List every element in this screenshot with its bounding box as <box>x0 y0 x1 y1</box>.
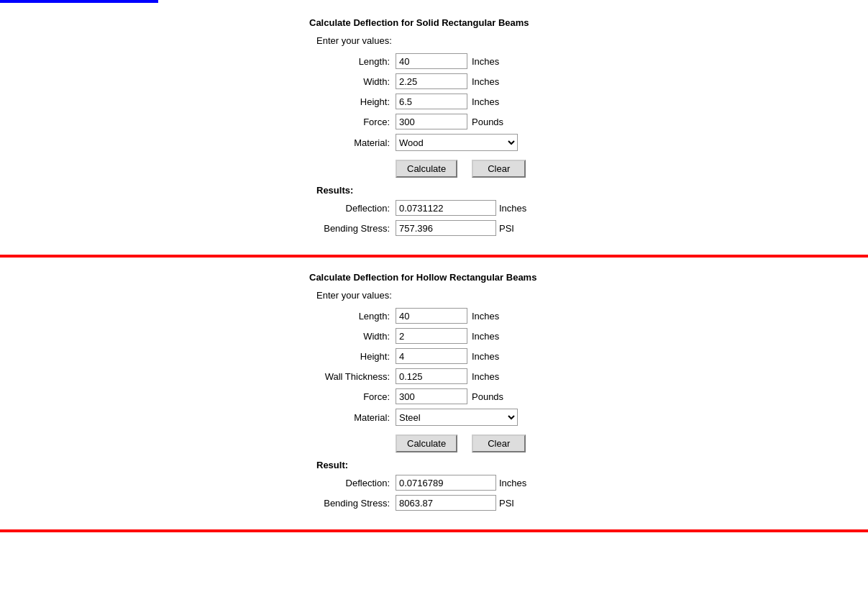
section2-clear-button[interactable]: Clear <box>472 434 526 452</box>
material-select[interactable]: Wood Steel Aluminum <box>396 134 518 151</box>
h-material-row: Material: Wood Steel Aluminum <box>316 409 868 426</box>
h-wall-row: Wall Thickness: Inches <box>316 368 868 384</box>
section2-title: Calculate Deflection for Hollow Rectangu… <box>309 272 868 283</box>
h-bending-stress-result[interactable] <box>396 495 496 511</box>
h-bending-stress-unit: PSI <box>499 498 514 509</box>
length-input[interactable] <box>396 53 467 69</box>
h-force-input[interactable] <box>396 388 467 404</box>
h-bending-stress-label: Bending Stress: <box>316 498 396 509</box>
h-wall-unit: Inches <box>472 371 499 382</box>
bending-stress-label: Bending Stress: <box>316 223 396 234</box>
section2-calculate-button[interactable]: Calculate <box>396 434 457 452</box>
bending-stress-row: Bending Stress: PSI <box>316 220 868 236</box>
width-input[interactable] <box>396 73 467 89</box>
deflection-row: Deflection: Inches <box>316 200 868 216</box>
h-material-label: Material: <box>316 412 396 423</box>
h-force-row: Force: Pounds <box>316 388 868 404</box>
width-label: Width: <box>316 76 396 87</box>
section2-results-label: Result: <box>316 460 868 470</box>
h-wall-label: Wall Thickness: <box>316 371 396 382</box>
h-height-unit: Inches <box>472 351 499 362</box>
hollow-beam-section: Calculate Deflection for Hollow Rectangu… <box>0 258 868 529</box>
h-height-input[interactable] <box>396 348 467 364</box>
h-width-unit: Inches <box>472 331 499 342</box>
width-row: Width: Inches <box>316 73 868 89</box>
force-label: Force: <box>316 117 396 127</box>
h-deflection-label: Deflection: <box>316 478 396 488</box>
h-width-label: Width: <box>316 331 396 342</box>
h-bending-stress-row: Bending Stress: PSI <box>316 495 868 511</box>
section1-title: Calculate Deflection for Solid Rectangul… <box>309 17 868 28</box>
bending-stress-result[interactable] <box>396 220 496 236</box>
length-label: Length: <box>316 56 396 67</box>
h-width-input[interactable] <box>396 328 467 344</box>
h-deflection-result[interactable] <box>396 475 496 491</box>
section1-results-label: Results: <box>316 185 868 196</box>
h-deflection-unit: Inches <box>499 478 526 488</box>
width-unit: Inches <box>472 76 499 87</box>
divider-2 <box>0 529 868 532</box>
height-unit: Inches <box>472 96 499 107</box>
length-unit: Inches <box>472 56 499 67</box>
height-row: Height: Inches <box>316 94 868 109</box>
section2-button-row: Calculate Clear <box>396 434 868 452</box>
h-force-unit: Pounds <box>472 391 503 402</box>
section1-enter-values: Enter your values: <box>316 35 868 46</box>
material-label: Material: <box>316 137 396 148</box>
height-input[interactable] <box>396 94 467 109</box>
section1-calculate-button[interactable]: Calculate <box>396 160 457 178</box>
section1-button-row: Calculate Clear <box>396 160 868 178</box>
section2-results: Result: Deflection: Inches Bending Stres… <box>316 460 868 511</box>
h-material-select[interactable]: Wood Steel Aluminum <box>396 409 518 426</box>
h-height-label: Height: <box>316 351 396 362</box>
h-length-row: Length: Inches <box>316 308 868 324</box>
deflection-result[interactable] <box>396 200 496 216</box>
force-input[interactable] <box>396 114 467 129</box>
section1-clear-button[interactable]: Clear <box>472 160 526 178</box>
h-height-row: Height: Inches <box>316 348 868 364</box>
length-row: Length: Inches <box>316 53 868 69</box>
section2-enter-values: Enter your values: <box>316 290 868 301</box>
h-width-row: Width: Inches <box>316 328 868 344</box>
force-unit: Pounds <box>472 117 503 127</box>
height-label: Height: <box>316 96 396 107</box>
deflection-label: Deflection: <box>316 203 396 214</box>
h-length-unit: Inches <box>472 311 499 322</box>
bending-stress-unit: PSI <box>499 223 514 234</box>
h-length-label: Length: <box>316 311 396 322</box>
h-length-input[interactable] <box>396 308 467 324</box>
force-row: Force: Pounds <box>316 114 868 129</box>
deflection-unit: Inches <box>499 203 526 214</box>
section1-results: Results: Deflection: Inches Bending Stre… <box>316 185 868 236</box>
solid-beam-section: Calculate Deflection for Solid Rectangul… <box>0 3 868 255</box>
h-wall-input[interactable] <box>396 368 467 384</box>
h-force-label: Force: <box>316 391 396 402</box>
h-deflection-row: Deflection: Inches <box>316 475 868 491</box>
material-row: Material: Wood Steel Aluminum <box>316 134 868 151</box>
